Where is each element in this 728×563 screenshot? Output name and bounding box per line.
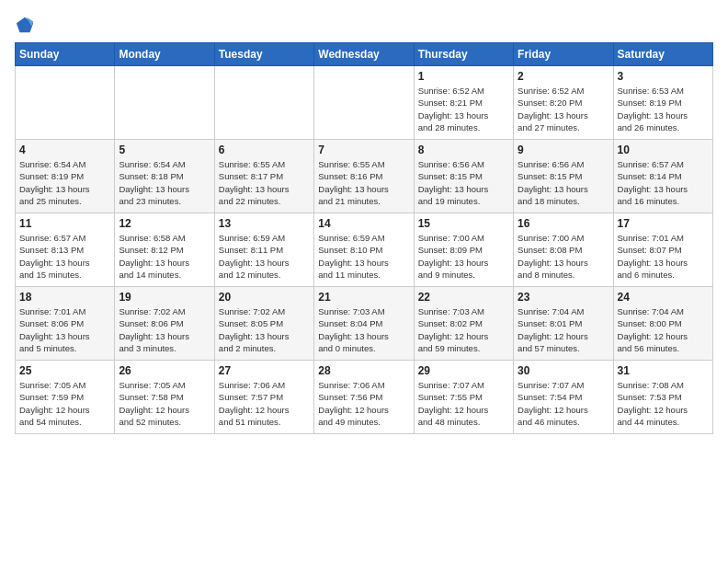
day-info: Sunrise: 6:56 AM Sunset: 8:15 PM Dayligh… <box>418 158 509 207</box>
day-number: 4 <box>19 144 110 156</box>
day-number: 18 <box>19 291 110 304</box>
day-info: Sunrise: 7:01 AM Sunset: 8:07 PM Dayligh… <box>618 232 709 281</box>
day-number: 26 <box>119 364 210 377</box>
calendar-cell: 28Sunrise: 7:06 AM Sunset: 7:56 PM Dayli… <box>314 361 414 434</box>
header <box>15 15 713 35</box>
day-number: 7 <box>318 144 409 156</box>
calendar-cell: 10Sunrise: 6:57 AM Sunset: 8:14 PM Dayli… <box>613 140 712 213</box>
calendar-cell <box>115 66 214 140</box>
day-info: Sunrise: 6:52 AM Sunset: 8:20 PM Dayligh… <box>518 85 609 133</box>
calendar-cell: 21Sunrise: 7:03 AM Sunset: 8:04 PM Dayli… <box>314 287 414 361</box>
day-info: Sunrise: 7:04 AM Sunset: 8:01 PM Dayligh… <box>518 305 609 354</box>
day-info: Sunrise: 6:54 AM Sunset: 8:19 PM Dayligh… <box>19 158 110 207</box>
week-row-1: 1Sunrise: 6:52 AM Sunset: 8:21 PM Daylig… <box>16 66 713 140</box>
day-number: 5 <box>119 144 210 156</box>
day-info: Sunrise: 7:03 AM Sunset: 8:04 PM Dayligh… <box>318 305 409 354</box>
calendar-cell: 18Sunrise: 7:01 AM Sunset: 8:06 PM Dayli… <box>16 287 115 361</box>
day-header-monday: Monday <box>115 43 214 66</box>
calendar-cell: 23Sunrise: 7:04 AM Sunset: 8:01 PM Dayli… <box>514 287 613 361</box>
day-number: 8 <box>418 144 509 156</box>
calendar-cell: 6Sunrise: 6:55 AM Sunset: 8:17 PM Daylig… <box>214 140 313 213</box>
day-number: 13 <box>219 217 310 230</box>
calendar-cell: 9Sunrise: 6:56 AM Sunset: 8:15 PM Daylig… <box>514 140 613 213</box>
day-number: 3 <box>618 70 709 83</box>
day-info: Sunrise: 7:06 AM Sunset: 7:57 PM Dayligh… <box>219 379 310 428</box>
calendar-cell <box>214 66 313 140</box>
day-header-sunday: Sunday <box>16 43 115 66</box>
day-info: Sunrise: 7:08 AM Sunset: 7:53 PM Dayligh… <box>618 379 709 428</box>
day-number: 10 <box>618 144 709 156</box>
day-header-friday: Friday <box>514 43 613 66</box>
week-row-5: 25Sunrise: 7:05 AM Sunset: 7:59 PM Dayli… <box>16 361 713 434</box>
day-info: Sunrise: 7:05 AM Sunset: 7:59 PM Dayligh… <box>19 379 110 428</box>
week-row-4: 18Sunrise: 7:01 AM Sunset: 8:06 PM Dayli… <box>16 287 713 361</box>
day-info: Sunrise: 7:00 AM Sunset: 8:09 PM Dayligh… <box>418 232 509 281</box>
calendar-cell: 5Sunrise: 6:54 AM Sunset: 8:18 PM Daylig… <box>115 140 214 213</box>
day-number: 29 <box>418 364 509 377</box>
day-info: Sunrise: 6:55 AM Sunset: 8:16 PM Dayligh… <box>318 158 409 207</box>
day-info: Sunrise: 6:54 AM Sunset: 8:18 PM Dayligh… <box>119 158 210 207</box>
day-number: 9 <box>518 144 609 156</box>
day-number: 25 <box>19 364 110 377</box>
day-info: Sunrise: 7:07 AM Sunset: 7:55 PM Dayligh… <box>418 379 509 428</box>
day-number: 24 <box>618 291 709 304</box>
calendar-cell: 3Sunrise: 6:53 AM Sunset: 8:19 PM Daylig… <box>613 66 712 140</box>
day-info: Sunrise: 6:55 AM Sunset: 8:17 PM Dayligh… <box>219 158 310 207</box>
calendar-cell: 1Sunrise: 6:52 AM Sunset: 8:21 PM Daylig… <box>414 66 513 140</box>
calendar-cell: 22Sunrise: 7:03 AM Sunset: 8:02 PM Dayli… <box>414 287 513 361</box>
calendar-header-row: SundayMondayTuesdayWednesdayThursdayFrid… <box>16 43 713 66</box>
logo <box>15 15 37 35</box>
day-info: Sunrise: 6:59 AM Sunset: 8:11 PM Dayligh… <box>219 232 310 281</box>
calendar-cell: 11Sunrise: 6:57 AM Sunset: 8:13 PM Dayli… <box>16 213 115 287</box>
day-info: Sunrise: 6:59 AM Sunset: 8:10 PM Dayligh… <box>318 232 409 281</box>
day-info: Sunrise: 6:58 AM Sunset: 8:12 PM Dayligh… <box>119 232 210 281</box>
day-number: 27 <box>219 364 310 377</box>
day-number: 17 <box>618 217 709 230</box>
day-info: Sunrise: 7:06 AM Sunset: 7:56 PM Dayligh… <box>318 379 409 428</box>
calendar-cell: 4Sunrise: 6:54 AM Sunset: 8:19 PM Daylig… <box>16 140 115 213</box>
day-number: 23 <box>518 291 609 304</box>
day-header-wednesday: Wednesday <box>314 43 414 66</box>
day-header-thursday: Thursday <box>414 43 513 66</box>
day-info: Sunrise: 7:05 AM Sunset: 7:58 PM Dayligh… <box>119 379 210 428</box>
calendar-cell: 8Sunrise: 6:56 AM Sunset: 8:15 PM Daylig… <box>414 140 513 213</box>
day-header-saturday: Saturday <box>613 43 712 66</box>
day-number: 28 <box>318 364 409 377</box>
calendar-cell <box>314 66 414 140</box>
calendar-cell: 16Sunrise: 7:00 AM Sunset: 8:08 PM Dayli… <box>514 213 613 287</box>
day-number: 19 <box>119 291 210 304</box>
calendar-cell: 14Sunrise: 6:59 AM Sunset: 8:10 PM Dayli… <box>314 213 414 287</box>
calendar-cell: 2Sunrise: 6:52 AM Sunset: 8:20 PM Daylig… <box>514 66 613 140</box>
day-info: Sunrise: 7:00 AM Sunset: 8:08 PM Dayligh… <box>518 232 609 281</box>
calendar-cell: 24Sunrise: 7:04 AM Sunset: 8:00 PM Dayli… <box>613 287 712 361</box>
day-number: 15 <box>418 217 509 230</box>
logo-icon <box>15 15 35 35</box>
week-row-2: 4Sunrise: 6:54 AM Sunset: 8:19 PM Daylig… <box>16 140 713 213</box>
day-number: 6 <box>219 144 310 156</box>
day-info: Sunrise: 7:01 AM Sunset: 8:06 PM Dayligh… <box>19 305 110 354</box>
day-number: 2 <box>518 70 609 83</box>
calendar-cell: 30Sunrise: 7:07 AM Sunset: 7:54 PM Dayli… <box>514 361 613 434</box>
week-row-3: 11Sunrise: 6:57 AM Sunset: 8:13 PM Dayli… <box>16 213 713 287</box>
day-number: 16 <box>518 217 609 230</box>
calendar-cell: 15Sunrise: 7:00 AM Sunset: 8:09 PM Dayli… <box>414 213 513 287</box>
day-number: 12 <box>119 217 210 230</box>
day-info: Sunrise: 7:02 AM Sunset: 8:06 PM Dayligh… <box>119 305 210 354</box>
day-info: Sunrise: 6:53 AM Sunset: 8:19 PM Dayligh… <box>618 85 709 133</box>
day-number: 20 <box>219 291 310 304</box>
calendar: SundayMondayTuesdayWednesdayThursdayFrid… <box>15 42 713 434</box>
day-number: 1 <box>418 70 509 83</box>
day-info: Sunrise: 6:52 AM Sunset: 8:21 PM Dayligh… <box>418 85 509 133</box>
day-info: Sunrise: 6:56 AM Sunset: 8:15 PM Dayligh… <box>518 158 609 207</box>
day-number: 31 <box>618 364 709 377</box>
calendar-cell: 19Sunrise: 7:02 AM Sunset: 8:06 PM Dayli… <box>115 287 214 361</box>
calendar-cell: 17Sunrise: 7:01 AM Sunset: 8:07 PM Dayli… <box>613 213 712 287</box>
calendar-cell: 26Sunrise: 7:05 AM Sunset: 7:58 PM Dayli… <box>115 361 214 434</box>
day-info: Sunrise: 7:02 AM Sunset: 8:05 PM Dayligh… <box>219 305 310 354</box>
day-number: 21 <box>318 291 409 304</box>
day-info: Sunrise: 6:57 AM Sunset: 8:13 PM Dayligh… <box>19 232 110 281</box>
day-number: 30 <box>518 364 609 377</box>
calendar-cell: 20Sunrise: 7:02 AM Sunset: 8:05 PM Dayli… <box>214 287 313 361</box>
calendar-cell <box>16 66 115 140</box>
calendar-cell: 31Sunrise: 7:08 AM Sunset: 7:53 PM Dayli… <box>613 361 712 434</box>
